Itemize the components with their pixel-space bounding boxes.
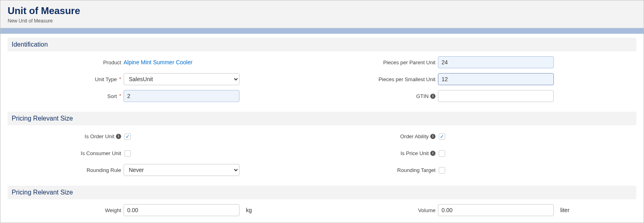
rounding-target-checkbox[interactable] xyxy=(439,167,445,174)
gtin-input[interactable] xyxy=(438,90,554,102)
required-marker: * xyxy=(119,76,121,82)
is-consumer-unit-checkbox[interactable] xyxy=(124,150,131,157)
product-link[interactable]: Alpine Mint Summer Cooler xyxy=(124,59,192,65)
is-order-unit-checkbox[interactable]: ✓ xyxy=(124,133,131,140)
is-price-unit-label: Is Price Unit xyxy=(400,150,429,156)
form-area: Identification Product Alpine Mint Summe… xyxy=(0,34,644,223)
page-subtitle: New Unit of Measure xyxy=(8,18,636,24)
volume-unit: liter xyxy=(560,207,570,213)
required-marker: * xyxy=(119,93,121,99)
pieces-parent-label: Pieces per Parent Unit xyxy=(383,59,436,65)
is-consumer-unit-label: Is Consumer Unit xyxy=(81,150,121,156)
unit-type-label: Unit Type xyxy=(95,76,117,82)
volume-input[interactable] xyxy=(438,204,554,216)
rounding-target-label: Rounding Target xyxy=(397,167,436,173)
pieces-smallest-input[interactable] xyxy=(438,73,554,85)
section-identification-body: Product Alpine Mint Summer Cooler Unit T… xyxy=(8,51,636,109)
section-pricing1-header: Pricing Relevant Size xyxy=(8,112,636,125)
unit-type-select[interactable]: SalesUnit xyxy=(124,73,239,85)
section-pricing2-header: Pricing Relevant Size xyxy=(8,186,636,199)
info-icon[interactable]: i xyxy=(430,94,436,99)
pieces-smallest-label: Pieces per Smallest Unit xyxy=(378,76,436,82)
weight-label: Weight xyxy=(105,207,121,213)
product-label: Product xyxy=(103,59,121,65)
sort-label: Sort xyxy=(107,93,117,99)
pricing1-right-col: Order Ability i ✓ Is Price Unit i xyxy=(322,130,636,181)
section-identification-header: Identification xyxy=(8,38,636,51)
pricing1-left-col: Is Order Unit i ✓ Is Consumer Unit Round… xyxy=(8,130,322,181)
order-ability-label: Order Ability xyxy=(400,133,429,139)
pieces-parent-input[interactable] xyxy=(438,56,554,68)
page-frame: Unit of Measure New Unit of Measure Iden… xyxy=(0,0,644,223)
info-icon[interactable]: i xyxy=(430,151,436,156)
page-header: Unit of Measure New Unit of Measure xyxy=(0,0,644,28)
sort-input[interactable] xyxy=(124,90,239,102)
volume-label: Volume xyxy=(418,207,436,213)
order-ability-checkbox[interactable]: ✓ xyxy=(439,133,445,140)
is-order-unit-label: Is Order Unit xyxy=(85,133,114,139)
rounding-rule-select[interactable]: Never xyxy=(124,164,239,176)
weight-input[interactable] xyxy=(124,204,239,216)
pricing2-left-col: Weight kg xyxy=(8,204,322,221)
identification-left-col: Product Alpine Mint Summer Cooler Unit T… xyxy=(8,56,322,107)
section-pricing2-body: Weight kg Volume liter xyxy=(8,199,636,223)
identification-right-col: Pieces per Parent Unit Pieces per Smalle… xyxy=(322,56,636,107)
weight-unit: kg xyxy=(246,207,252,213)
info-icon[interactable]: i xyxy=(430,134,436,139)
section-pricing1-body: Is Order Unit i ✓ Is Consumer Unit Round… xyxy=(8,125,636,183)
info-icon[interactable]: i xyxy=(116,134,121,139)
is-price-unit-checkbox[interactable] xyxy=(439,150,445,157)
gtin-label: GTIN xyxy=(416,93,429,99)
pricing2-right-col: Volume liter xyxy=(322,204,636,221)
header-accent-bar xyxy=(0,28,644,34)
rounding-rule-label: Rounding Rule xyxy=(87,167,121,173)
page-title: Unit of Measure xyxy=(8,5,636,16)
